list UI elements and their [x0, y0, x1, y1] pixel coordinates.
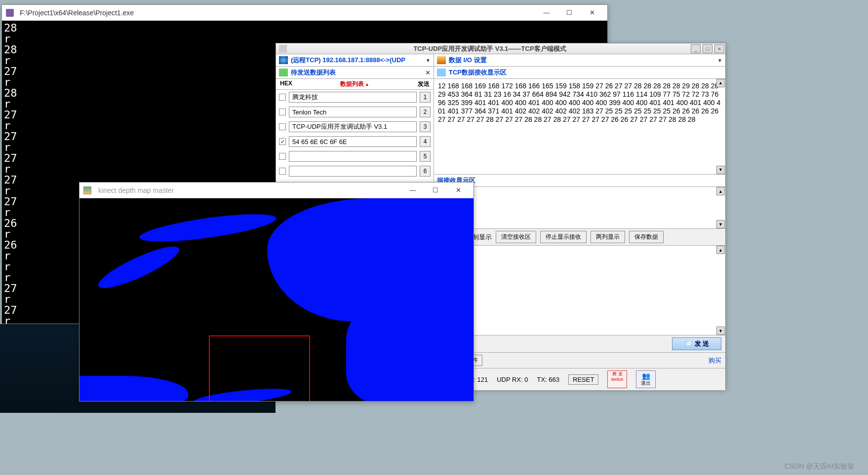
reset-button[interactable]: RESET: [568, 374, 598, 385]
recv-icon: [437, 69, 446, 76]
roi-rectangle: [209, 335, 310, 401]
list-icon: [279, 69, 288, 76]
close-button[interactable]: ×: [714, 44, 724, 53]
hex-checkbox[interactable]: [279, 153, 286, 160]
send-queue-title: 待发送数据列表: [291, 68, 336, 77]
recv2-area[interactable]: ▲ ▼: [434, 187, 725, 229]
exit-icon: 👥: [636, 372, 655, 380]
dropdown-icon[interactable]: ▼: [717, 58, 722, 63]
io-settings-label: 数据 I/O 设置: [449, 56, 487, 65]
send-input-area[interactable]: ▲ ▼: [434, 246, 725, 335]
globe-icon: [279, 56, 288, 64]
stat-tx2: TX: 663: [537, 376, 559, 383]
send-row-button[interactable]: 4: [420, 136, 431, 147]
tcpudp-titlebar[interactable]: TCP-UDP应用开发调试助手 V3.1——TCP客户端模式 _ □ ×: [276, 43, 725, 54]
maximize-button[interactable]: □: [703, 44, 712, 53]
console-titlebar[interactable]: F:\Project1\x64\Release\Project1.exe — ☐…: [2, 5, 607, 21]
hex-checkbox[interactable]: [279, 94, 286, 101]
hex-checkbox[interactable]: ✓: [279, 138, 286, 145]
send-button[interactable]: 📨 发 送: [672, 337, 721, 350]
clear-recv-button[interactable]: 清空接收区: [496, 231, 536, 243]
queue-row: 1: [276, 90, 434, 105]
two-col-button[interactable]: 两列显示: [591, 231, 625, 243]
send-row-button[interactable]: 1: [420, 92, 431, 103]
scroll-up-icon[interactable]: ▲: [716, 246, 725, 254]
send-queue-header: 待发送数据列表 ✕: [276, 67, 434, 79]
csdn-watermark: CSDN @天昏AI实验室: [785, 462, 854, 471]
exit-button[interactable]: 👥退出: [636, 370, 656, 388]
col-hex[interactable]: HEX: [280, 80, 300, 88]
stop-recv-button[interactable]: 停止显示接收: [540, 231, 587, 243]
queue-row: 6: [276, 164, 434, 179]
console-title: F:\Project1\x64\Release\Project1.exe: [17, 9, 535, 17]
recv-title: TCP数据接收显示区: [449, 68, 507, 77]
queue-row: ✓4: [276, 134, 434, 149]
minimize-button[interactable]: —: [535, 5, 558, 20]
sysmenu-icon[interactable]: [279, 45, 287, 53]
hex-checkbox[interactable]: [279, 168, 286, 175]
queue-text-input[interactable]: [289, 151, 417, 162]
maximize-button[interactable]: ☐: [558, 5, 581, 20]
recv-text[interactable]: 12 168 168 169 168 172 168 166 165 159 1…: [434, 79, 725, 175]
queue-row: 3: [276, 119, 434, 134]
scroll-up-icon[interactable]: ▲: [716, 79, 725, 87]
scroll-down-icon[interactable]: ▼: [716, 166, 725, 174]
remote-connection-bar[interactable]: (远程TCP) 192.168.187.1:8888<->(UDP ▼: [276, 54, 434, 66]
send-row-button[interactable]: 6: [420, 166, 431, 177]
send-row-button[interactable]: 2: [420, 107, 431, 117]
io-settings-bar[interactable]: 数据 I/O 设置 ▼: [434, 54, 725, 66]
settings-icon: [437, 56, 446, 64]
buy-link[interactable]: 购买: [709, 356, 721, 365]
maximize-button[interactable]: ☐: [424, 183, 447, 198]
send-row-button[interactable]: 3: [420, 121, 431, 132]
queue-row: 5: [276, 149, 434, 164]
queue-columns: HEX 数据列表▲ 发送: [276, 79, 434, 90]
queue-text-input[interactable]: [289, 136, 417, 147]
kinect-titlebar[interactable]: kinect depth map master — ☐ ✕: [79, 183, 473, 198]
depth-map-image: [79, 198, 473, 401]
scroll-up-icon[interactable]: ▲: [716, 187, 725, 195]
remote-connection-label: (远程TCP) 192.168.187.1:8888<->(UDP: [291, 56, 405, 65]
recv-controls: 空 16进制显示 清空接收区 停止显示接收 两列显示 保存数据: [434, 229, 725, 246]
close-button[interactable]: ✕: [581, 5, 603, 20]
kinect-icon: [83, 186, 91, 194]
recv2-title: 据接收显示区: [434, 175, 725, 187]
queue-text-input[interactable]: [289, 107, 417, 117]
close-pane-icon[interactable]: ✕: [425, 69, 431, 76]
scroll-down-icon[interactable]: ▼: [716, 327, 725, 335]
hex-checkbox[interactable]: [279, 109, 286, 115]
queue-text-input[interactable]: [289, 166, 417, 177]
minimize-button[interactable]: _: [691, 44, 701, 53]
send-controls-2: 发送文本文件 购买: [434, 352, 725, 368]
sort-icon[interactable]: ▲: [365, 82, 369, 87]
queue-text-input[interactable]: [289, 92, 417, 103]
hex-checkbox[interactable]: [279, 123, 286, 130]
kinect-title: kinect depth map master: [95, 186, 401, 194]
status-bar: X: 542 TX: 121 UDP RX: 0 TX: 663 RESET 腾…: [434, 368, 725, 390]
send-controls: 进制发送 📨 发 送: [434, 335, 725, 352]
send-row-button[interactable]: 5: [420, 151, 431, 162]
queue-text-input[interactable]: [289, 121, 417, 132]
tcpudp-title: TCP-UDP应用开发调试助手 V3.1——TCP客户端模式: [290, 44, 690, 53]
tenlon-logo[interactable]: 腾 龙 tenlon: [607, 370, 627, 388]
kinect-window: kinect depth map master — ☐ ✕: [79, 182, 474, 402]
save-data-button[interactable]: 保存数据: [629, 231, 664, 243]
app-icon: [6, 9, 14, 17]
col-list[interactable]: 数据列表: [340, 80, 364, 87]
close-button[interactable]: ✕: [447, 183, 470, 198]
col-send[interactable]: 发送: [410, 80, 430, 88]
stat-udprx: UDP RX: 0: [497, 376, 528, 383]
dropdown-icon[interactable]: ▼: [426, 58, 431, 63]
recv-pane: TCP数据接收显示区 12 168 168 169 168 172 168 16…: [434, 67, 725, 390]
queue-rows: 123✓456: [276, 90, 434, 179]
tcpudp-toolbar: (远程TCP) 192.168.187.1:8888<->(UDP ▼ 数据 I…: [276, 54, 725, 67]
minimize-button[interactable]: —: [401, 183, 424, 198]
recv-header: TCP数据接收显示区: [434, 67, 725, 79]
scroll-down-icon[interactable]: ▼: [716, 220, 725, 228]
queue-row: 2: [276, 105, 434, 119]
